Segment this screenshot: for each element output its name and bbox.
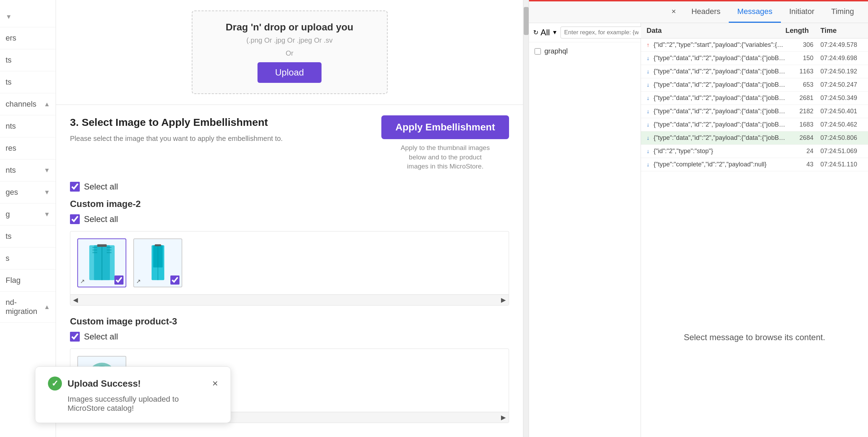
step-title: 3. Select Image to Apply Embellishment xyxy=(70,115,367,129)
svg-rect-3 xyxy=(92,247,97,248)
row-text-1: {"type":"data","id":"2","payload":{"data… xyxy=(654,55,785,62)
data-row-7[interactable]: ↓ {"type":"data","id":"2","payload":{"da… xyxy=(641,131,868,145)
sidebar-item-s[interactable]: s xyxy=(0,248,56,270)
group-1-title: Custom image-2 xyxy=(70,199,509,209)
graphql-checkbox[interactable] xyxy=(535,48,541,55)
scrollbar-thumb[interactable] xyxy=(524,7,529,35)
row-length-2: 1163 xyxy=(785,68,820,75)
graphql-label: graphql xyxy=(544,47,568,55)
filter-all-group: ↻ All ▼ xyxy=(533,28,558,37)
sidebar-item-migration[interactable]: nd-migration ▲ xyxy=(0,292,56,323)
sidebar-item-ers[interactable]: ers xyxy=(0,27,56,49)
network-filter: ↻ All ▼ xyxy=(529,23,641,42)
sidebar-item-label: ts xyxy=(6,78,12,87)
data-row-2[interactable]: ↓ {"type":"data","id":"2","payload":{"da… xyxy=(641,65,868,78)
data-row-1[interactable]: ↓ {"type":"data","id":"2","payload":{"da… xyxy=(641,52,868,65)
drag-drop-title: Drag 'n' drop or upload you xyxy=(226,22,353,33)
data-row-8[interactable]: ↓ {"id":"2","type":"stop"} 24 07:24:51.0… xyxy=(641,145,868,158)
row-indicator-8: ↓ xyxy=(647,148,652,155)
scroll-right-btn-2[interactable]: ▶ xyxy=(501,414,506,421)
row-length-1: 150 xyxy=(785,55,820,62)
filter-all-label[interactable]: All xyxy=(541,28,550,37)
toast-close-button[interactable]: × xyxy=(212,378,218,389)
refresh-icon[interactable]: ↻ xyxy=(533,29,538,36)
graphql-item[interactable]: graphql xyxy=(529,42,641,60)
step-description: Please select the image that you want to… xyxy=(70,133,367,144)
tab-messages[interactable]: Messages xyxy=(729,1,781,23)
sidebar-item-channels[interactable]: channels ▲ xyxy=(0,93,56,115)
data-row-0[interactable]: ↑ {"id":"2","type":"start","payload":{"v… xyxy=(641,38,868,52)
step-left: 3. Select Image to Apply Embellishment P… xyxy=(70,115,367,144)
thumb-link-2[interactable]: ↗ xyxy=(136,278,141,285)
sidebar-item-g[interactable]: g ▼ xyxy=(0,203,56,225)
data-row-9[interactable]: ↓ {"type":"complete","id":"2","payload":… xyxy=(641,158,868,171)
row-time-1: 07:24:49.698 xyxy=(820,55,862,62)
toast-notification: ✓ Upload Success! × Images successfully … xyxy=(35,366,231,423)
sidebar-item-label: Flag xyxy=(6,276,21,285)
row-text-2: {"type":"data","id":"2","payload":{"data… xyxy=(654,68,785,75)
group-2-select-all-checkbox[interactable] xyxy=(70,332,80,342)
network-list: ↻ All ▼ graphql xyxy=(529,23,641,437)
network-panel: ↻ All ▼ graphql xyxy=(529,23,868,437)
sidebar-item-ts2[interactable]: ts xyxy=(0,71,56,93)
data-row-6[interactable]: ↓ {"type":"data","id":"2","payload":{"da… xyxy=(641,118,868,131)
image-thumb-2[interactable]: ↗ xyxy=(133,238,182,287)
drag-drop-box[interactable]: Drag 'n' drop or upload you (.png Or .jp… xyxy=(192,10,388,94)
svg-rect-6 xyxy=(107,247,112,248)
thumb-1-checkbox[interactable] xyxy=(114,275,124,285)
filter-regex-input[interactable] xyxy=(560,27,642,38)
row-indicator-3: ↓ xyxy=(647,82,652,88)
upload-button[interactable]: Upload xyxy=(257,62,321,83)
sidebar-item-0[interactable]: ▼ xyxy=(0,7,56,27)
row-text-8: {"id":"2","type":"stop"} xyxy=(654,148,785,155)
sidebar-item-label: channels xyxy=(6,100,36,109)
sidebar-item-label: ers xyxy=(6,34,16,43)
sidebar-item-res[interactable]: res xyxy=(0,137,56,159)
scroll-left-btn[interactable]: ◀ xyxy=(73,296,78,304)
thumb-link-1[interactable]: ↗ xyxy=(80,278,85,285)
data-row-5[interactable]: ↓ {"type":"data","id":"2","payload":{"da… xyxy=(641,105,868,118)
filter-dropdown-icon[interactable]: ▼ xyxy=(552,29,558,36)
tab-headers[interactable]: Headers xyxy=(683,1,729,23)
vertical-scrollbar[interactable] xyxy=(523,0,529,437)
row-time-8: 07:24:51.069 xyxy=(820,148,862,155)
sidebar-item-label: nd-migration xyxy=(6,298,44,316)
chevron-down-icon: ▼ xyxy=(6,13,12,21)
row-length-4: 2681 xyxy=(785,94,820,102)
row-time-0: 07:24:49.578 xyxy=(820,41,862,49)
sidebar-item-label: g xyxy=(6,210,10,219)
data-row-4[interactable]: ↓ {"type":"data","id":"2","payload":{"da… xyxy=(641,92,868,105)
row-time-9: 07:24:51.110 xyxy=(820,161,862,168)
step-right: Apply Embellishment Apply to the thumbna… xyxy=(381,115,509,171)
sidebar-item-nts[interactable]: nts xyxy=(0,115,56,137)
scroll-right-btn[interactable]: ▶ xyxy=(501,296,506,304)
row-indicator-9: ↓ xyxy=(647,162,652,168)
sidebar-item-flag[interactable]: Flag xyxy=(0,270,56,292)
sidebar-item-ts3[interactable]: ts xyxy=(0,225,56,248)
sidebar-item-nts2[interactable]: nts ▼ xyxy=(0,159,56,181)
global-select-all-label: Select all xyxy=(84,182,118,192)
devtools-close-button[interactable]: × xyxy=(664,1,683,23)
row-text-5: {"type":"data","id":"2","payload":{"data… xyxy=(654,108,785,115)
row-text-7: {"type":"data","id":"2","payload":{"data… xyxy=(654,134,785,142)
thumb-2-checkbox[interactable] xyxy=(170,275,179,285)
drag-drop-subtitle: (.png Or .jpg Or .jpeg Or .sv xyxy=(246,36,333,44)
devtools-tabs: × Headers Messages Initiator Timing xyxy=(529,1,868,23)
sidebar-item-label: ges xyxy=(6,188,18,197)
row-text-6: {"type":"data","id":"2","payload":{"data… xyxy=(654,121,785,128)
sidebar-item-ges[interactable]: ges ▼ xyxy=(0,181,56,203)
global-select-all-checkbox[interactable] xyxy=(70,182,80,192)
chevron-down-icon: ▼ xyxy=(44,167,50,174)
tab-timing[interactable]: Timing xyxy=(823,1,862,23)
apply-embellishment-button[interactable]: Apply Embellishment xyxy=(381,115,509,139)
sidebar-item-ts1[interactable]: ts xyxy=(0,49,56,71)
chevron-down-icon: ▼ xyxy=(44,211,50,218)
row-text-0: {"id":"2","type":"start","payload":{"var… xyxy=(654,41,785,49)
tab-initiator[interactable]: Initiator xyxy=(781,1,823,23)
group-1-scroll-container: ↗ ↗ xyxy=(70,231,509,306)
group-1-select-all-label: Select all xyxy=(84,214,118,224)
group-1-select-all-checkbox[interactable] xyxy=(70,214,80,224)
row-indicator-0: ↑ xyxy=(647,42,652,48)
data-row-3[interactable]: ↓ {"type":"data","id":"2","payload":{"da… xyxy=(641,78,868,92)
image-thumb-1[interactable]: ↗ xyxy=(77,238,126,287)
